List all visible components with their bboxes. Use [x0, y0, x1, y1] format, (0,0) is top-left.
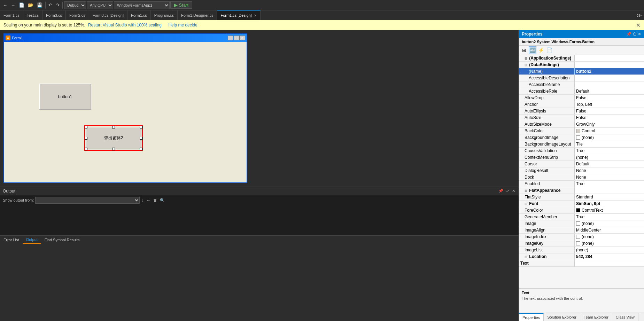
props-generatemember-value[interactable]: True: [575, 214, 644, 220]
handle-bm[interactable]: [112, 148, 115, 150]
props-autosizemode-value[interactable]: GrowOnly: [575, 121, 644, 127]
output-wrap-btn[interactable]: ↔: [146, 197, 151, 203]
props-cursor-value[interactable]: Default: [575, 161, 644, 167]
props-backgroundimage-value[interactable]: (none): [575, 134, 644, 141]
props-row-dialogresult[interactable]: DialogResult None: [519, 167, 644, 174]
button1-control[interactable]: button1: [39, 84, 91, 110]
props-allowdrop-value[interactable]: False: [575, 95, 644, 101]
props-group-flatappearance[interactable]: ⊞ FlatAppearance: [519, 187, 644, 194]
props-row-accessibledesc[interactable]: AccessibleDescription: [519, 75, 644, 81]
props-row-backcolor[interactable]: BackColor Control: [519, 128, 644, 134]
notification-close-btn[interactable]: ✕: [636, 22, 641, 29]
font-expand-icon[interactable]: ⊞: [525, 202, 527, 206]
props-enabled-value[interactable]: True: [575, 181, 644, 187]
props-row-allowdrop[interactable]: AllowDrop False: [519, 95, 644, 101]
props-row-anchor[interactable]: Anchor Top, Left: [519, 101, 644, 108]
tab-form1cs2[interactable]: Form1.cs: [127, 10, 151, 20]
output-float-btn[interactable]: ⤢: [505, 188, 510, 194]
props-name-value[interactable]: button2: [575, 68, 644, 75]
props-group-location[interactable]: ⊞ Location 542, 284: [519, 253, 644, 260]
props-contextmenustrip-value[interactable]: (none): [575, 154, 644, 160]
back-btn[interactable]: ←: [1, 2, 9, 8]
handle-tl[interactable]: [85, 126, 87, 128]
output-source-dropdown[interactable]: [35, 197, 140, 204]
tab-form1design[interactable]: Form1.cs [Design] ✕: [217, 10, 260, 20]
props-row-accessiblerole[interactable]: AccessibleRole Default: [519, 88, 644, 95]
props-tab-class-view[interactable]: Class View: [612, 313, 638, 321]
tab-form1designercs[interactable]: Form1.Designer.cs: [178, 10, 217, 20]
bottom-tab-findsymbol[interactable]: Find Symbol Results: [41, 236, 83, 244]
props-tab-team-explorer[interactable]: Team Explorer: [580, 313, 612, 321]
tab-overflow-btn[interactable]: ≫: [635, 13, 644, 18]
databindings-expand-icon[interactable]: ⊟: [525, 63, 527, 67]
bottom-tab-errorlist[interactable]: Error List: [0, 236, 23, 244]
close-btn[interactable]: ✕: [240, 36, 245, 40]
props-forecolor-value[interactable]: ControlText: [575, 207, 644, 213]
flatappearance-expand-icon[interactable]: ⊞: [525, 189, 527, 193]
output-find-btn[interactable]: 🔍: [159, 197, 165, 203]
props-dialogresult-value[interactable]: None: [575, 167, 644, 174]
bottom-tab-output[interactable]: Output: [23, 236, 41, 244]
props-autosize-value[interactable]: False: [575, 115, 644, 121]
props-group-databindings[interactable]: ⊟ (DataBindings): [519, 62, 644, 68]
props-accessibledesc-value[interactable]: [575, 75, 644, 81]
save-btn[interactable]: 💾: [36, 2, 44, 8]
props-accessiblerole-value[interactable]: Default: [575, 88, 644, 94]
props-row-name[interactable]: (Name) button2: [519, 68, 644, 75]
props-group-location-value[interactable]: 542, 284: [575, 253, 644, 260]
props-backcolor-value[interactable]: Control: [575, 128, 644, 134]
props-backgroundimagelayout-value[interactable]: Tile: [575, 141, 644, 147]
redo-btn[interactable]: ↷: [54, 2, 61, 8]
help-link[interactable]: Help me decide: [168, 23, 197, 28]
props-imagealign-value[interactable]: MiddleCenter: [575, 227, 644, 233]
tab-programcs[interactable]: Program.cs: [151, 10, 178, 20]
props-group-font-value[interactable]: SimSun, 9pt: [575, 201, 644, 207]
props-row-backgroundimagelayout[interactable]: BackgroundImageLayout Tile: [519, 141, 644, 148]
form-body[interactable]: button1 弹出窗体2: [4, 42, 247, 182]
props-row-contextmenustrip[interactable]: ContextMenuStrip (none): [519, 154, 644, 161]
handle-br[interactable]: [140, 148, 142, 150]
props-row-imageindex[interactable]: ImageIndex (none): [519, 234, 644, 240]
location-expand-icon[interactable]: ⊞: [525, 255, 527, 259]
output-sort-btn[interactable]: ↕: [141, 197, 145, 203]
props-row-autosize[interactable]: AutoSize False: [519, 115, 644, 121]
props-row-flatstyle[interactable]: FlatStyle Standard: [519, 194, 644, 201]
output-close-btn[interactable]: ✕: [511, 188, 516, 194]
props-imagelist-value[interactable]: (none): [575, 247, 644, 253]
props-row-backgroundimage[interactable]: BackgroundImage (none): [519, 134, 644, 141]
props-tab-solution-explorer[interactable]: Solution Explorer: [544, 313, 580, 321]
props-row-accessiblename[interactable]: AccessibleName: [519, 81, 644, 88]
tab-form1cs[interactable]: Form1.cs: [0, 10, 23, 20]
expand-icon[interactable]: ⊞: [525, 57, 527, 60]
props-float-btn[interactable]: ⬡: [633, 32, 636, 37]
handle-tm[interactable]: [112, 126, 115, 128]
tab-close-icon[interactable]: ✕: [254, 14, 257, 17]
props-row-autoellipsis[interactable]: AutoEllipsis False: [519, 108, 644, 115]
props-row-dock[interactable]: Dock None: [519, 174, 644, 181]
props-row-autosizemode[interactable]: AutoSizeMode GrowOnly: [519, 121, 644, 128]
props-row-imagelist[interactable]: ImageList (none): [519, 247, 644, 253]
props-imageindex-value[interactable]: (none): [575, 234, 644, 240]
output-clear-btn[interactable]: 🗑: [153, 197, 158, 203]
cpu-dropdown[interactable]: Any CPU: [87, 1, 113, 9]
handle-bl[interactable]: [85, 148, 87, 150]
undo-btn[interactable]: ↶: [47, 2, 54, 8]
props-row-generatemember[interactable]: GenerateMember True: [519, 214, 644, 220]
props-categorized-btn[interactable]: ⊞: [520, 46, 528, 54]
props-group-application-settings[interactable]: ⊞ (ApplicationSettings): [519, 55, 644, 62]
props-autoellipsis-value[interactable]: False: [575, 108, 644, 114]
props-close-btn[interactable]: ✕: [638, 32, 641, 37]
props-anchor-value[interactable]: Top, Left: [575, 101, 644, 108]
minimize-btn[interactable]: –: [228, 36, 233, 40]
forward-btn[interactable]: →: [9, 2, 17, 8]
new-btn[interactable]: 📄: [17, 2, 26, 8]
props-alphabetical-btn[interactable]: 🔤: [529, 46, 536, 54]
tab-form3cs[interactable]: Form3.cs: [42, 10, 66, 20]
tab-form3design[interactable]: Form3.cs [Design]: [89, 10, 127, 20]
props-pin-btn[interactable]: 📌: [626, 32, 631, 37]
props-row-enabled[interactable]: Enabled True: [519, 181, 644, 187]
project-dropdown[interactable]: WindowsFormsApp1: [114, 1, 170, 9]
props-flatstyle-value[interactable]: Standard: [575, 194, 644, 200]
restart-link[interactable]: Restart Visual Studio with 100% scaling: [88, 23, 162, 28]
props-property-pages-btn[interactable]: 📄: [545, 46, 553, 54]
